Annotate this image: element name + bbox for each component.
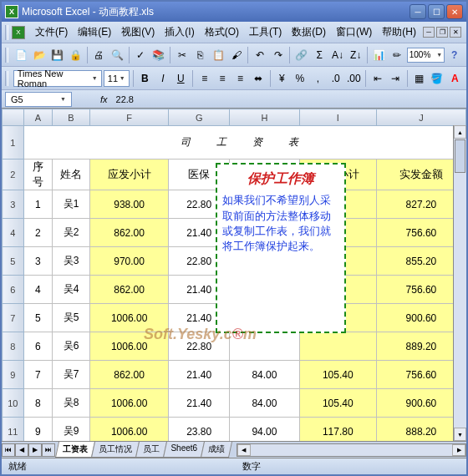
align-right-icon[interactable]: ≡ (232, 69, 248, 88)
cell[interactable]: 862.00 (89, 219, 168, 247)
cell[interactable]: 吴7 (52, 361, 89, 389)
cell[interactable]: 105.40 (299, 389, 376, 418)
spellcheck-icon[interactable]: ✓ (132, 46, 150, 64)
col-header[interactable]: H (230, 109, 300, 126)
menu-insert[interactable]: 插入(I) (160, 23, 199, 42)
titlebar[interactable]: X Microsoft Excel - 动画教程.xls ─ ☐ ✕ (2, 2, 466, 22)
cell[interactable]: 84.00 (230, 361, 300, 389)
tab-prev-button[interactable]: ◀ (15, 443, 28, 457)
vertical-scrollbar[interactable]: ▲ ▼ (453, 125, 466, 441)
cell[interactable] (299, 332, 376, 361)
col-header[interactable]: J (376, 109, 465, 126)
chart-icon[interactable]: 📊 (370, 46, 388, 64)
sheet-title-cell[interactable]: 司 工 资 表 (23, 126, 465, 160)
cell[interactable]: 94.00 (230, 418, 300, 442)
cell[interactable] (230, 332, 300, 361)
col-header[interactable]: A (23, 109, 52, 126)
row-header[interactable]: 11 (3, 418, 24, 442)
tab-first-button[interactable]: ⏮ (2, 443, 15, 457)
preview-icon[interactable]: 🔍 (109, 46, 126, 64)
cell[interactable]: 1 (23, 190, 52, 219)
underline-icon[interactable]: U (173, 69, 189, 88)
scroll-right-button[interactable]: ▶ (452, 444, 465, 456)
cell[interactable]: 吴9 (52, 418, 89, 442)
menu-help[interactable]: 帮助(H) (377, 23, 421, 42)
borders-icon[interactable]: ▦ (411, 69, 427, 88)
permission-icon[interactable]: 🔒 (67, 46, 84, 64)
cell[interactable]: 吴8 (52, 389, 89, 418)
font-combo[interactable]: Times New Roman▼ (13, 70, 102, 87)
formula-value[interactable]: 22.8 (116, 94, 134, 104)
cell[interactable]: 吴4 (52, 276, 89, 304)
scroll-left-button[interactable]: ◀ (237, 444, 251, 456)
scroll-down-button[interactable]: ▼ (454, 428, 466, 441)
print-icon[interactable]: 🖨 (90, 46, 108, 64)
sheet-tab[interactable]: Sheet6 (163, 442, 205, 458)
cell[interactable]: 2 (23, 219, 52, 247)
col-header[interactable]: B (52, 109, 89, 126)
zoom-combo[interactable]: 100%▼ (407, 48, 445, 63)
close-button[interactable]: ✕ (446, 4, 463, 19)
cell[interactable]: 23.80 (169, 418, 230, 442)
tab-next-button[interactable]: ▶ (28, 443, 42, 457)
select-all-corner[interactable] (3, 109, 24, 126)
open-icon[interactable]: 📂 (31, 46, 48, 64)
format-painter-icon[interactable]: 🖌 (228, 46, 246, 64)
cell[interactable]: 6 (23, 332, 52, 361)
undo-icon[interactable]: ↶ (251, 46, 268, 64)
increase-indent-icon[interactable]: ⇥ (387, 69, 403, 88)
paste-icon[interactable]: 📋 (210, 46, 227, 64)
row-header[interactable]: 3 (3, 190, 24, 219)
merge-center-icon[interactable]: ⬌ (250, 69, 266, 88)
cell[interactable]: 5 (23, 304, 52, 332)
row-header[interactable]: 1 (3, 126, 24, 160)
minimize-button[interactable]: ─ (410, 4, 426, 19)
fx-label[interactable]: fx (100, 94, 108, 104)
cell[interactable]: 8 (23, 389, 52, 418)
col-header[interactable]: I (299, 109, 376, 126)
cell[interactable]: 吴5 (52, 304, 89, 332)
row-header[interactable]: 2 (3, 160, 24, 190)
decrease-indent-icon[interactable]: ⇤ (369, 69, 385, 88)
maximize-button[interactable]: ☐ (428, 4, 445, 19)
fontsize-combo[interactable]: 11▼ (104, 70, 130, 87)
toolbar-handle[interactable] (5, 48, 8, 63)
sheet-tab[interactable]: 员工 (135, 442, 167, 458)
cell[interactable]: 84.00 (230, 389, 300, 418)
sheet-tab[interactable]: 员工情况 (91, 442, 140, 458)
sort-asc-icon[interactable]: A↓ (329, 46, 347, 64)
sheet-tab[interactable]: 工资表 (55, 442, 95, 458)
sort-desc-icon[interactable]: Z↓ (347, 46, 364, 64)
row-header[interactable]: 6 (3, 276, 24, 304)
cell[interactable]: 序号 (23, 160, 52, 190)
cell[interactable]: 21.40 (169, 361, 230, 389)
doc-restore-button[interactable]: ❐ (436, 27, 448, 38)
row-header[interactable]: 4 (3, 219, 24, 247)
fontcolor-icon[interactable]: A (447, 69, 463, 88)
cell[interactable]: 938.00 (89, 190, 168, 219)
cell[interactable]: 吴1 (52, 190, 89, 219)
new-icon[interactable]: 📄 (13, 46, 30, 64)
cell[interactable]: 7 (23, 361, 52, 389)
cell[interactable]: 862.00 (89, 276, 168, 304)
cell[interactable]: 117.80 (299, 418, 376, 442)
cell[interactable]: 862.00 (89, 361, 168, 389)
percent-icon[interactable]: % (292, 69, 308, 88)
document-control-icon[interactable]: X (12, 26, 25, 39)
drawing-icon[interactable]: ✏ (389, 46, 406, 64)
save-icon[interactable]: 💾 (49, 46, 67, 64)
cell[interactable]: 970.00 (89, 247, 168, 276)
cell[interactable]: 吴6 (52, 332, 89, 361)
col-header[interactable]: G (169, 109, 230, 126)
cell[interactable]: 吴3 (52, 247, 89, 276)
cell[interactable]: 4 (23, 276, 52, 304)
scroll-up-button[interactable]: ▲ (454, 125, 466, 139)
cell[interactable]: 3 (23, 247, 52, 276)
italic-icon[interactable]: I (155, 69, 170, 88)
cell[interactable]: 21.40 (169, 389, 230, 418)
menu-data[interactable]: 数据(D) (287, 23, 331, 42)
sheet-tab[interactable]: 成绩 (201, 442, 232, 458)
row-header[interactable]: 10 (3, 389, 24, 418)
tab-last-button[interactable]: ⏭ (42, 443, 55, 457)
redo-icon[interactable]: ↷ (269, 46, 287, 64)
